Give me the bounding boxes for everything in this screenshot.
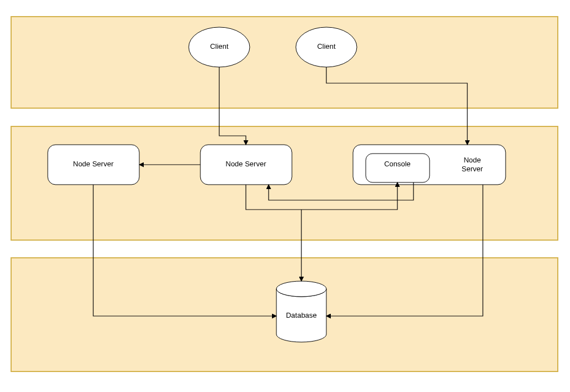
architecture-diagram: Client Client Node Server Node Server No… — [0, 0, 570, 392]
console: Console — [366, 154, 430, 182]
node-server-1-label: Node Server — [73, 160, 114, 168]
node-server-2: Node Server — [200, 145, 292, 185]
node-server-3-label-line1: Node — [463, 156, 481, 164]
node-server-2-label: Node Server — [226, 160, 267, 168]
client-1: Client — [189, 27, 250, 67]
console-label: Console — [384, 160, 411, 168]
database-label: Database — [286, 311, 317, 319]
node-server-3-label-line2: Server — [462, 165, 483, 173]
svg-point-13 — [276, 281, 326, 297]
client-2: Client — [296, 27, 357, 67]
database: Database — [276, 281, 326, 342]
client-2-label: Client — [317, 42, 336, 50]
svg-rect-0 — [11, 17, 558, 108]
node-server-1: Node Server — [48, 145, 139, 185]
client-1-label: Client — [210, 42, 229, 50]
tier-client — [11, 17, 558, 108]
